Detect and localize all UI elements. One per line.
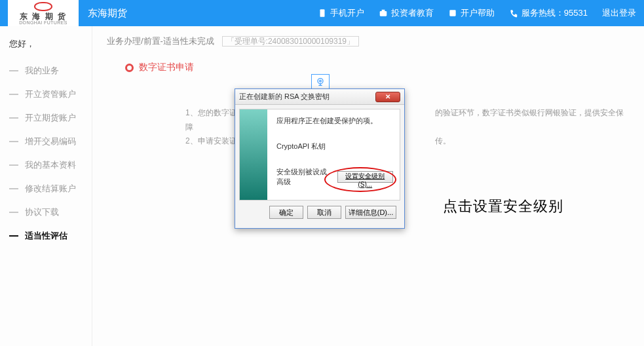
sidebar-item-download-agreements[interactable]: 协议下载 xyxy=(9,201,83,224)
logo-text-en: DONGHAI FUTURES xyxy=(19,20,67,25)
signup-icon xyxy=(448,9,457,18)
nav-help[interactable]: 开户帮助 xyxy=(448,7,495,19)
svg-point-5 xyxy=(320,80,322,82)
webcam-badge xyxy=(311,74,330,90)
phone-icon xyxy=(318,9,327,18)
step-title: 数字证书申请 xyxy=(139,62,194,73)
sidebar-item-suitability[interactable]: 适当性评估 xyxy=(9,224,83,248)
svg-rect-0 xyxy=(320,9,324,17)
sidebar-item-label: 我的业务 xyxy=(25,65,59,77)
sidebar-item-label: 适当性评估 xyxy=(25,230,67,242)
nav-help-label: 开户帮助 xyxy=(461,7,495,19)
sidebar-item-label: 开立资管账户 xyxy=(25,88,76,100)
dialog-title: 正在创建新的 RSA 交换密钥 xyxy=(239,92,375,102)
rsa-key-dialog: 正在创建新的 RSA 交换密钥 ✕ 应用程序正在创建受保护的项。 CryptoA… xyxy=(235,88,405,229)
sidebar-item-label: 增开交易编码 xyxy=(25,136,76,147)
nav-mobile-label: 手机开户 xyxy=(330,7,364,19)
logo-text-cn: 东 海 期 货 xyxy=(19,12,67,20)
svg-rect-2 xyxy=(382,10,385,11)
nav-mobile-open[interactable]: 手机开户 xyxy=(318,7,364,19)
breadcrumb: 业务办理/前置-适当性未完成 「受理单号:240083010000109319」 xyxy=(107,35,630,47)
dialog-ok-button[interactable]: 确定 xyxy=(269,206,303,219)
set-security-level-button[interactable]: 设置安全级别(S)... xyxy=(337,171,393,183)
brand-title: 东海期货 xyxy=(88,7,127,20)
sidebar-item-label: 我的基本资料 xyxy=(25,159,76,171)
sidebar-item-futures-account[interactable]: 开立期货账户 xyxy=(9,106,83,130)
nav-logout[interactable]: 退出登录 xyxy=(602,7,636,19)
step-dot-icon xyxy=(125,64,134,72)
nav-investor-edu[interactable]: 投资者教育 xyxy=(379,7,434,19)
sidebar-item-settlement-account[interactable]: 修改结算账户 xyxy=(9,177,83,201)
breadcrumb-text: 业务办理/前置-适当性未完成 xyxy=(107,36,214,46)
dialog-details-button[interactable]: 详细信息(D)... xyxy=(345,206,396,219)
dialog-titlebar[interactable]: 正在创建新的 RSA 交换密钥 ✕ xyxy=(235,89,404,105)
instruction-2-tail: 传。 xyxy=(435,136,451,145)
nav-hotline[interactable]: 服务热线：95531 xyxy=(509,7,588,19)
svg-rect-1 xyxy=(380,11,387,16)
nav-hotline-label: 服务热线：95531 xyxy=(521,7,588,19)
sidebar: 您好， 我的业务 开立资管账户 开立期货账户 增开交易编码 我的基本资料 修改结… xyxy=(0,26,92,346)
svg-point-4 xyxy=(318,79,323,84)
dialog-message: 应用程序正在创建受保护的项。 xyxy=(276,116,393,126)
sidebar-item-label: 开立期货账户 xyxy=(25,112,76,124)
sidebar-item-my-profile[interactable]: 我的基本资料 xyxy=(9,153,83,177)
svg-rect-3 xyxy=(449,10,455,16)
dialog-banner xyxy=(240,109,267,200)
sidebar-item-my-business[interactable]: 我的业务 xyxy=(9,59,83,83)
app-header: 东 海 期 货 DONGHAI FUTURES 东海期货 手机开户 投资者教育 … xyxy=(0,0,644,26)
webcam-icon xyxy=(315,77,326,87)
sidebar-item-label: 修改结算账户 xyxy=(25,183,76,195)
sidebar-item-add-trade-code[interactable]: 增开交易编码 xyxy=(9,130,83,153)
dialog-close-button[interactable]: ✕ xyxy=(375,92,400,102)
dialog-key-type: CryptoAPI 私钥 xyxy=(276,142,393,151)
sidebar-item-label: 协议下载 xyxy=(25,206,59,218)
callout-text: 点击设置安全级别 xyxy=(443,197,563,216)
sidebar-item-asset-account[interactable]: 开立资管账户 xyxy=(9,83,83,106)
header-nav: 手机开户 投资者教育 开户帮助 服务热线：95531 退出登录 xyxy=(318,7,636,19)
nav-edu-label: 投资者教育 xyxy=(391,7,434,19)
greeting: 您好， xyxy=(9,38,83,50)
logo: 东 海 期 货 DONGHAI FUTURES xyxy=(8,0,79,26)
nav-logout-label: 退出登录 xyxy=(602,7,636,19)
order-number: 「受理单号:240083010000109319」 xyxy=(222,36,359,47)
step-indicator: 数字证书申请 xyxy=(125,62,630,73)
dialog-cancel-button[interactable]: 取消 xyxy=(307,206,341,219)
dialog-security-label: 安全级别被设成高级 xyxy=(276,167,333,187)
briefcase-icon xyxy=(379,9,388,18)
phone-call-icon xyxy=(509,9,518,18)
